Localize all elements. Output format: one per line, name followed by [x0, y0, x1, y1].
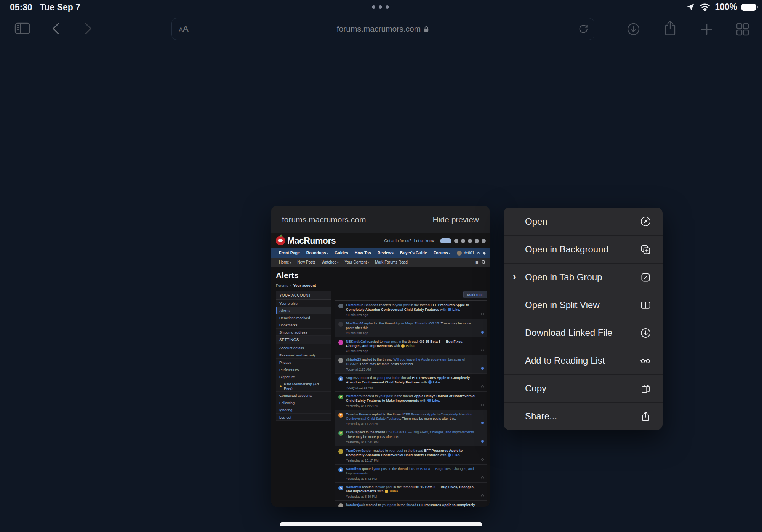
breadcrumb-forums[interactable]: Forums [276, 283, 288, 288]
nav-item-buyer-s-guide[interactable]: Buyer's Guide [400, 251, 427, 255]
list-icon[interactable]: ≡ [475, 260, 478, 265]
youtube-icon[interactable] [475, 239, 479, 243]
sidebar-item-signature[interactable]: Signature [276, 373, 331, 380]
your-post-link[interactable]: your post [382, 503, 396, 507]
sidebar-toggle-icon[interactable] [14, 21, 31, 35]
sidebar-item-reactions-received[interactable]: Reactions received [276, 314, 331, 321]
sidebar-item-alerts[interactable]: Alerts [276, 307, 331, 314]
menu-item-download-linked-file[interactable]: Download Linked File [504, 319, 663, 347]
mark-read-button[interactable]: Mark read [463, 291, 487, 298]
menu-item-add-to-reading-list[interactable]: Add to Reading List [504, 347, 663, 374]
username[interactable]: dx001 [464, 251, 474, 255]
sidebar-item-privacy[interactable]: Privacy [276, 359, 331, 366]
link-preview-card[interactable]: forums.macrumors.com Hide preview MacRum… [271, 206, 490, 507]
alert-item[interactable]: illitrate23 replied to the thread Will y… [335, 355, 487, 374]
menu-item-open-in-split-view[interactable]: Open in Split View [504, 291, 663, 319]
alert-user-link[interactable]: Pummers [346, 394, 362, 398]
sidebar-item-preferences[interactable]: Preferences [276, 366, 331, 373]
sidebar-item-password-and-security[interactable]: Password and security [276, 351, 331, 359]
alert-user-link[interactable]: sog1927 [346, 376, 360, 380]
menu-item-open[interactable]: Open [504, 208, 663, 235]
read-indicator[interactable] [481, 313, 484, 315]
your-post-link[interactable]: your post [389, 449, 403, 452]
breadcrumb-your-account[interactable]: Your account [293, 283, 316, 288]
alert-user-link[interactable]: Eumnimus Sanchez [346, 303, 378, 307]
unread-dot[interactable] [481, 440, 484, 443]
alert-item[interactable]: ssog1927 reacted to your post in the thr… [335, 374, 487, 392]
unread-dot[interactable] [481, 331, 484, 334]
twitter-icon[interactable] [468, 239, 472, 243]
tab-overview-icon[interactable] [735, 22, 750, 37]
alert-item[interactable]: TTaustin Powers replied to the thread EF… [335, 410, 487, 428]
alert-user-link[interactable]: illitrate23 [346, 358, 361, 361]
sidebar-item-account-details[interactable]: Account details [276, 344, 331, 351]
alert-item[interactable]: hatchetjack reacted to your post in the … [335, 501, 487, 507]
sidebar-item-bookmarks[interactable]: Bookmarks [276, 321, 331, 329]
your-post-link[interactable]: your post [379, 394, 393, 398]
alert-user-link[interactable]: Samdh90 [346, 485, 361, 489]
sidebar-item-your-profile[interactable]: Your profile [276, 300, 331, 307]
nav-item-reviews[interactable]: Reviews [378, 251, 394, 255]
alert-item[interactable]: PPummers reacted to your post in the thr… [335, 392, 487, 410]
alert-item[interactable]: SSamdh90 reacted to your post in the thr… [335, 483, 487, 501]
facebook-icon[interactable] [461, 239, 465, 243]
download-icon[interactable] [626, 22, 640, 36]
reader-icon[interactable]: AA [179, 24, 188, 34]
alert-user-link[interactable]: NBKindaGirl [346, 340, 367, 343]
menu-item-open-in-background[interactable]: Open in Background [504, 235, 663, 263]
read-indicator[interactable] [481, 404, 484, 406]
back-icon[interactable] [50, 21, 62, 36]
rss-icon[interactable] [482, 239, 486, 243]
subnav-item-mark-forums-read[interactable]: Mark Forums Read [375, 260, 408, 264]
alert-user-link[interactable]: TrapDoorSpider [346, 449, 372, 452]
read-indicator[interactable] [481, 458, 484, 461]
subnav-item-watched[interactable]: Watched▾ [322, 260, 339, 264]
read-indicator[interactable] [481, 349, 484, 351]
alert-item[interactable]: Kkave replied to the thread iOS 15 Beta … [335, 428, 487, 446]
alert-user-link[interactable]: MozMan68 [346, 321, 363, 325]
menu-item-open-in-tab-group[interactable]: ›Open in Tab Group [504, 263, 663, 291]
sidebar-item-shipping-address[interactable]: Shipping address [276, 329, 331, 336]
thread-link[interactable]: Apple Maps Thread - iOS 15 [395, 321, 439, 325]
menu-item-copy[interactable]: Copy [504, 374, 663, 402]
search-icon[interactable] [482, 260, 486, 264]
alert-item[interactable]: TrapDoorSpider reacted to your post in t… [335, 446, 487, 465]
sidebar-item-paid-membership-ad-free[interactable]: ★Paid Membership (Ad Free) [276, 380, 331, 392]
alert-user-link[interactable]: Samdh90 [346, 467, 361, 471]
alert-item[interactable]: SSamdh90 quoted your post in the thread … [335, 465, 487, 483]
alert-item[interactable]: NBKindaGirl reacted to your post in the … [335, 337, 487, 356]
new-tab-icon[interactable] [700, 23, 713, 36]
share-icon[interactable] [663, 20, 677, 37]
alert-item[interactable]: MozMan68 replied to the thread Apple Map… [335, 319, 487, 337]
multitasking-dots[interactable] [372, 5, 389, 9]
tip-link[interactable]: Let us know [414, 239, 434, 243]
alert-item[interactable]: Eumnimus Sanchez reacted to your post in… [335, 301, 487, 319]
nav-item-front-page[interactable]: Front Page [279, 251, 300, 255]
nav-item-forums[interactable]: Forums▾ [434, 251, 450, 255]
sidebar-item-ignoring[interactable]: Ignoring [276, 406, 331, 414]
your-post-link[interactable]: your post [378, 485, 392, 489]
menu-item-share[interactable]: Share... [504, 402, 663, 430]
nav-item-guides[interactable]: Guides [335, 251, 348, 255]
sidebar-item-log-out[interactable]: Log out [276, 414, 331, 421]
read-indicator[interactable] [481, 385, 484, 388]
reload-icon[interactable] [578, 24, 589, 34]
forward-icon[interactable] [82, 21, 94, 36]
your-post-link[interactable]: your post [374, 467, 388, 471]
unread-dot[interactable] [481, 367, 484, 370]
avatar[interactable] [457, 251, 462, 256]
address-bar[interactable]: AA forums.macrumors.com [171, 18, 594, 40]
nav-item-roundups[interactable]: Roundups▾ [306, 251, 328, 255]
hide-preview-button[interactable]: Hide preview [433, 215, 479, 224]
your-post-link[interactable]: your post [395, 303, 410, 307]
inbox-icon[interactable]: ✉ [477, 251, 480, 256]
read-indicator[interactable] [481, 476, 484, 479]
alert-user-link[interactable]: Taustin Powers [346, 412, 371, 416]
read-indicator[interactable] [481, 494, 484, 497]
nav-item-how-tos[interactable]: How Tos [355, 251, 371, 255]
subnav-item-new-posts[interactable]: New Posts [297, 260, 315, 264]
bell-icon[interactable] [482, 251, 487, 255]
sidebar-item-connected-accounts[interactable]: Connected accounts [276, 392, 331, 399]
your-post-link[interactable]: your post [377, 376, 391, 380]
accessibility-icon[interactable] [440, 238, 451, 243]
